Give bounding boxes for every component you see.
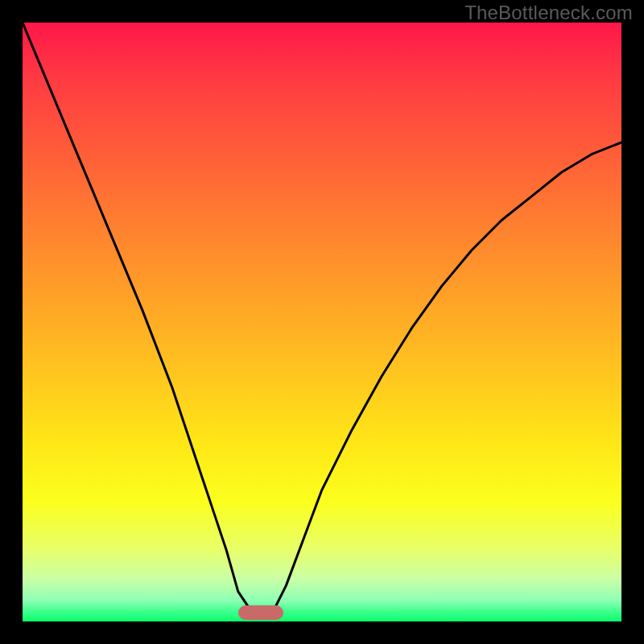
bottleneck-curve bbox=[23, 23, 621, 621]
optimal-marker bbox=[238, 605, 283, 620]
watermark-text: TheBottleneck.com bbox=[464, 2, 633, 24]
chart-frame: TheBottleneck.com bbox=[0, 0, 644, 644]
plot-area bbox=[23, 23, 621, 621]
